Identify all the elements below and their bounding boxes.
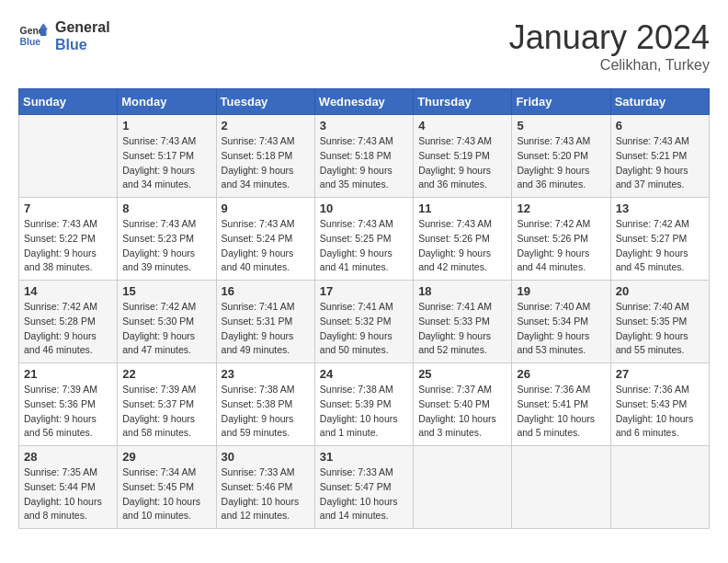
calendar-cell [610, 446, 709, 529]
calendar-cell: 7Sunrise: 7:43 AM Sunset: 5:22 PM Daylig… [19, 198, 118, 281]
location-subtitle: Celikhan, Turkey [509, 57, 710, 74]
day-info: Sunrise: 7:38 AM Sunset: 5:38 PM Dayligh… [222, 383, 310, 441]
day-info: Sunrise: 7:40 AM Sunset: 5:35 PM Dayligh… [616, 300, 704, 358]
day-number: 25 [418, 367, 506, 381]
calendar-cell: 8Sunrise: 7:43 AM Sunset: 5:23 PM Daylig… [118, 198, 216, 281]
day-number: 18 [418, 284, 506, 298]
day-info: Sunrise: 7:43 AM Sunset: 5:26 PM Dayligh… [418, 217, 506, 275]
day-info: Sunrise: 7:43 AM Sunset: 5:18 PM Dayligh… [222, 134, 310, 192]
day-number: 31 [320, 450, 408, 464]
day-info: Sunrise: 7:42 AM Sunset: 5:26 PM Dayligh… [517, 217, 605, 275]
calendar-cell: 19Sunrise: 7:40 AM Sunset: 5:34 PM Dayli… [512, 281, 610, 363]
page-header: General Blue General Blue January 2024 C… [18, 18, 710, 74]
calendar-week-1: 1Sunrise: 7:43 AM Sunset: 5:17 PM Daylig… [19, 115, 710, 198]
logo-blue: Blue [55, 36, 110, 53]
calendar-cell [414, 446, 512, 529]
calendar-cell: 3Sunrise: 7:43 AM Sunset: 5:18 PM Daylig… [314, 115, 413, 198]
day-number: 4 [418, 119, 506, 132]
day-number: 19 [517, 284, 605, 298]
day-number: 2 [222, 119, 310, 132]
day-number: 27 [616, 367, 704, 381]
day-info: Sunrise: 7:39 AM Sunset: 5:36 PM Dayligh… [24, 383, 112, 441]
day-info: Sunrise: 7:41 AM Sunset: 5:33 PM Dayligh… [418, 300, 506, 358]
day-number: 6 [616, 119, 704, 132]
day-header-wednesday: Wednesday [314, 89, 413, 115]
calendar-cell: 31Sunrise: 7:33 AM Sunset: 5:47 PM Dayli… [314, 446, 413, 529]
calendar-cell: 4Sunrise: 7:43 AM Sunset: 5:19 PM Daylig… [414, 115, 512, 198]
calendar-cell: 22Sunrise: 7:39 AM Sunset: 5:37 PM Dayli… [118, 363, 216, 446]
day-number: 1 [122, 119, 210, 132]
calendar-cell: 24Sunrise: 7:38 AM Sunset: 5:39 PM Dayli… [314, 363, 413, 446]
day-number: 5 [517, 119, 605, 132]
day-info: Sunrise: 7:43 AM Sunset: 5:17 PM Dayligh… [122, 134, 210, 192]
calendar-cell: 16Sunrise: 7:41 AM Sunset: 5:31 PM Dayli… [216, 281, 314, 363]
calendar-table: SundayMondayTuesdayWednesdayThursdayFrid… [18, 88, 710, 529]
day-number: 14 [24, 284, 112, 298]
day-number: 26 [517, 367, 605, 381]
day-info: Sunrise: 7:40 AM Sunset: 5:34 PM Dayligh… [517, 300, 605, 358]
calendar-cell: 26Sunrise: 7:36 AM Sunset: 5:41 PM Dayli… [512, 363, 610, 446]
calendar-cell: 12Sunrise: 7:42 AM Sunset: 5:26 PM Dayli… [512, 198, 610, 281]
calendar-cell: 5Sunrise: 7:43 AM Sunset: 5:20 PM Daylig… [512, 115, 610, 198]
svg-marker-3 [40, 24, 46, 28]
day-info: Sunrise: 7:33 AM Sunset: 5:47 PM Dayligh… [320, 465, 408, 523]
day-info: Sunrise: 7:36 AM Sunset: 5:43 PM Dayligh… [616, 383, 704, 441]
day-info: Sunrise: 7:37 AM Sunset: 5:40 PM Dayligh… [418, 383, 506, 441]
day-info: Sunrise: 7:41 AM Sunset: 5:31 PM Dayligh… [222, 300, 310, 358]
calendar-cell: 15Sunrise: 7:42 AM Sunset: 5:30 PM Dayli… [118, 281, 216, 363]
day-number: 7 [24, 201, 112, 215]
calendar-cell: 14Sunrise: 7:42 AM Sunset: 5:28 PM Dayli… [19, 281, 118, 363]
calendar-cell: 30Sunrise: 7:33 AM Sunset: 5:46 PM Dayli… [216, 446, 314, 529]
day-info: Sunrise: 7:39 AM Sunset: 5:37 PM Dayligh… [122, 383, 210, 441]
calendar-cell: 1Sunrise: 7:43 AM Sunset: 5:17 PM Daylig… [118, 115, 216, 198]
day-number: 10 [320, 201, 408, 215]
calendar-cell: 11Sunrise: 7:43 AM Sunset: 5:26 PM Dayli… [414, 198, 512, 281]
day-number: 17 [320, 284, 408, 298]
logo-icon: General Blue [18, 21, 48, 51]
calendar-week-2: 7Sunrise: 7:43 AM Sunset: 5:22 PM Daylig… [19, 198, 710, 281]
calendar-cell: 29Sunrise: 7:34 AM Sunset: 5:45 PM Dayli… [118, 446, 216, 529]
calendar-header-row: SundayMondayTuesdayWednesdayThursdayFrid… [19, 89, 710, 115]
day-info: Sunrise: 7:33 AM Sunset: 5:46 PM Dayligh… [222, 465, 310, 523]
calendar-cell: 18Sunrise: 7:41 AM Sunset: 5:33 PM Dayli… [414, 281, 512, 363]
day-header-saturday: Saturday [610, 89, 709, 115]
day-info: Sunrise: 7:43 AM Sunset: 5:24 PM Dayligh… [222, 217, 310, 275]
day-header-monday: Monday [118, 89, 216, 115]
calendar-cell: 28Sunrise: 7:35 AM Sunset: 5:44 PM Dayli… [19, 446, 118, 529]
day-number: 23 [222, 367, 310, 381]
day-number: 9 [222, 201, 310, 215]
day-info: Sunrise: 7:36 AM Sunset: 5:41 PM Dayligh… [517, 383, 605, 441]
day-number: 20 [616, 284, 704, 298]
calendar-cell [19, 115, 118, 198]
svg-text:Blue: Blue [20, 37, 41, 47]
day-info: Sunrise: 7:43 AM Sunset: 5:21 PM Dayligh… [616, 134, 704, 192]
calendar-cell: 10Sunrise: 7:43 AM Sunset: 5:25 PM Dayli… [314, 198, 413, 281]
day-number: 16 [222, 284, 310, 298]
day-number: 3 [320, 119, 408, 132]
month-title: January 2024 [509, 18, 710, 57]
calendar-cell: 13Sunrise: 7:42 AM Sunset: 5:27 PM Dayli… [610, 198, 709, 281]
calendar-cell: 27Sunrise: 7:36 AM Sunset: 5:43 PM Dayli… [610, 363, 709, 446]
calendar-body: 1Sunrise: 7:43 AM Sunset: 5:17 PM Daylig… [19, 115, 710, 529]
day-info: Sunrise: 7:42 AM Sunset: 5:30 PM Dayligh… [122, 300, 210, 358]
day-number: 24 [320, 367, 408, 381]
calendar-cell: 25Sunrise: 7:37 AM Sunset: 5:40 PM Dayli… [414, 363, 512, 446]
day-header-friday: Friday [512, 89, 610, 115]
day-number: 22 [122, 367, 210, 381]
calendar-cell: 21Sunrise: 7:39 AM Sunset: 5:36 PM Dayli… [19, 363, 118, 446]
calendar-cell: 6Sunrise: 7:43 AM Sunset: 5:21 PM Daylig… [610, 115, 709, 198]
day-info: Sunrise: 7:41 AM Sunset: 5:32 PM Dayligh… [320, 300, 408, 358]
day-number: 15 [122, 284, 210, 298]
day-info: Sunrise: 7:43 AM Sunset: 5:23 PM Dayligh… [122, 217, 210, 275]
day-number: 28 [24, 450, 112, 464]
day-info: Sunrise: 7:43 AM Sunset: 5:22 PM Dayligh… [24, 217, 112, 275]
svg-marker-2 [40, 28, 46, 37]
day-header-tuesday: Tuesday [216, 89, 314, 115]
calendar-cell: 9Sunrise: 7:43 AM Sunset: 5:24 PM Daylig… [216, 198, 314, 281]
day-info: Sunrise: 7:43 AM Sunset: 5:19 PM Dayligh… [418, 134, 506, 192]
day-info: Sunrise: 7:43 AM Sunset: 5:20 PM Dayligh… [517, 134, 605, 192]
calendar-week-5: 28Sunrise: 7:35 AM Sunset: 5:44 PM Dayli… [19, 446, 710, 529]
day-number: 29 [122, 450, 210, 464]
day-header-thursday: Thursday [414, 89, 512, 115]
calendar-week-3: 14Sunrise: 7:42 AM Sunset: 5:28 PM Dayli… [19, 281, 710, 363]
